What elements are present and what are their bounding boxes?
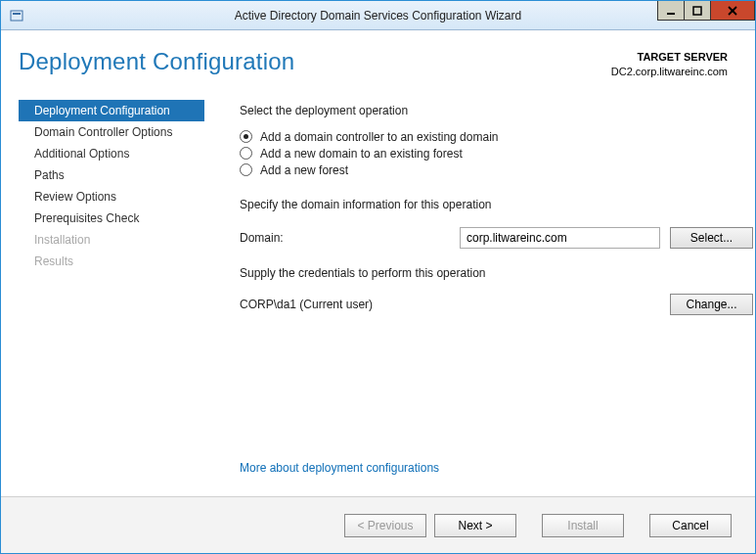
target-server-label: TARGET SERVER [611, 50, 728, 65]
domain-input[interactable] [460, 227, 660, 249]
step-paths[interactable]: Paths [19, 164, 204, 186]
specify-domain-label: Specify the domain information for this … [240, 198, 753, 211]
wizard-window: Active Directory Domain Services Configu… [0, 0, 756, 554]
sidebar: Deployment Configuration Domain Controll… [19, 100, 204, 496]
cancel-button[interactable]: Cancel [649, 514, 732, 537]
credentials-value: CORP\da1 (Current user) [240, 298, 660, 311]
radio-icon [240, 163, 252, 176]
previous-button: < Previous [344, 514, 426, 537]
wizard-body: Deployment Configuration TARGET SERVER D… [1, 30, 755, 496]
radio-label: Add a new domain to an existing forest [260, 147, 463, 161]
titlebar: Active Directory Domain Services Configu… [1, 1, 755, 30]
radio-label: Add a new forest [260, 163, 348, 177]
maximize-button[interactable] [684, 1, 711, 21]
next-button[interactable]: Next > [434, 514, 516, 537]
close-button[interactable] [710, 1, 755, 21]
step-prerequisites-check[interactable]: Prerequisites Check [19, 208, 204, 229]
step-additional-options[interactable]: Additional Options [19, 143, 204, 164]
svg-rect-1 [13, 13, 21, 15]
target-server-info: TARGET SERVER DC2.corp.litwareinc.com [611, 50, 728, 80]
window-title: Active Directory Domain Services Configu… [235, 9, 521, 23]
select-domain-button[interactable]: Select... [670, 227, 753, 249]
step-results: Results [19, 251, 204, 272]
radio-add-new-forest[interactable]: Add a new forest [240, 163, 753, 177]
step-deployment-configuration[interactable]: Deployment Configuration [19, 100, 204, 121]
deployment-operation-radios: Add a domain controller to an existing d… [240, 127, 753, 180]
select-operation-label: Select the deployment operation [240, 104, 753, 117]
page-title: Deployment Configuration [19, 48, 294, 75]
minimize-button[interactable] [657, 1, 685, 21]
target-server-name: DC2.corp.litwareinc.com [611, 65, 728, 79]
main-panel: Select the deployment operation Add a do… [204, 100, 753, 496]
step-domain-controller-options[interactable]: Domain Controller Options [19, 121, 204, 143]
radio-icon [240, 130, 252, 143]
credentials-row: CORP\da1 (Current user) Change... [240, 294, 753, 315]
content-area: Deployment Configuration Domain Controll… [19, 100, 728, 496]
radio-label: Add a domain controller to an existing d… [260, 130, 498, 144]
window-controls [658, 1, 755, 21]
step-review-options[interactable]: Review Options [19, 186, 204, 208]
supply-credentials-label: Supply the credentials to perform this o… [240, 266, 753, 280]
header-row: Deployment Configuration TARGET SERVER D… [19, 48, 728, 80]
footer: < Previous Next > Install Cancel [1, 496, 755, 553]
radio-icon [240, 147, 252, 160]
svg-rect-3 [693, 7, 701, 15]
step-installation: Installation [19, 229, 204, 251]
app-icon [9, 8, 24, 23]
svg-rect-0 [11, 11, 22, 21]
domain-field-label: Domain: [240, 231, 460, 245]
change-credentials-button[interactable]: Change... [670, 294, 753, 315]
domain-row: Domain: Select... [240, 227, 753, 249]
radio-add-dc-existing-domain[interactable]: Add a domain controller to an existing d… [240, 130, 753, 144]
radio-add-domain-existing-forest[interactable]: Add a new domain to an existing forest [240, 147, 753, 161]
install-button: Install [542, 514, 624, 537]
more-about-link[interactable]: More about deployment configurations [240, 461, 753, 475]
